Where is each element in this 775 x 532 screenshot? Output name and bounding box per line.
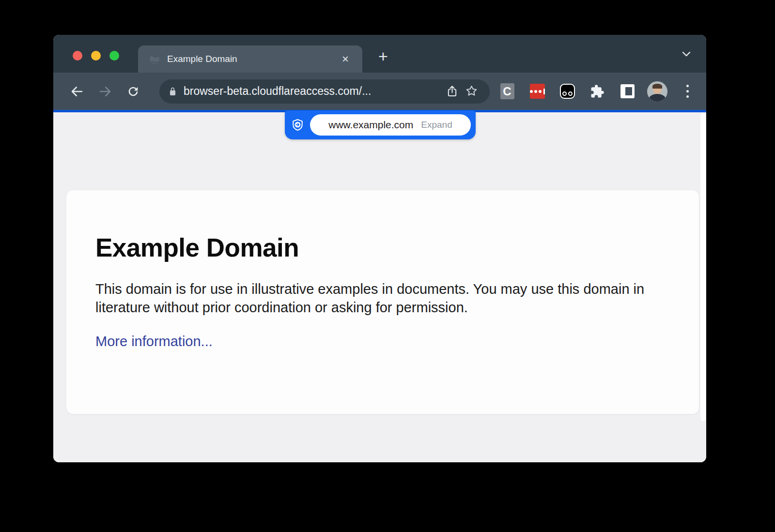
- lock-icon: [168, 86, 177, 97]
- page-paragraph: This domain is for use in illustrative e…: [95, 280, 652, 317]
- tab-close-icon[interactable]: ×: [339, 52, 352, 66]
- back-button[interactable]: [63, 79, 91, 104]
- globe-favicon-icon: [149, 53, 160, 65]
- shield-arrow-icon: [291, 118, 304, 132]
- vertical-scrollbar[interactable]: [700, 113, 706, 421]
- extension-two-circles-button[interactable]: [557, 81, 578, 102]
- close-window-button[interactable]: [73, 51, 82, 61]
- kebab-menu-icon: [686, 85, 689, 98]
- minimize-window-button[interactable]: [91, 51, 101, 61]
- tab-example-domain[interactable]: Example Domain ×: [138, 46, 362, 73]
- browser-window: Example Domain × + bro: [53, 35, 706, 462]
- window-controls: [73, 51, 119, 61]
- c-extension-icon: C: [500, 83, 514, 99]
- zoom-window-button[interactable]: [109, 51, 119, 61]
- new-tab-button[interactable]: +: [373, 46, 393, 67]
- star-icon: [465, 84, 479, 98]
- share-icon: [446, 85, 459, 98]
- isolated-domain-pill[interactable]: www.example.com Expand: [310, 114, 471, 136]
- reload-icon: [126, 85, 140, 98]
- side-panel-icon: [620, 84, 635, 98]
- tab-title: Example Domain: [167, 54, 339, 64]
- back-arrow-icon: [70, 84, 84, 99]
- reload-button[interactable]: [119, 79, 147, 104]
- page-title: Example Domain: [95, 233, 670, 262]
- browser-menu-button[interactable]: [677, 81, 698, 102]
- extensions-menu-button[interactable]: [587, 81, 608, 102]
- lastpass-icon: [530, 84, 545, 99]
- expand-button[interactable]: Expand: [421, 120, 452, 130]
- bookmark-button[interactable]: [462, 84, 481, 98]
- url-text[interactable]: browser-beta.cloudflareaccess.com/...: [184, 85, 442, 98]
- browser-toolbar: browser-beta.cloudflareaccess.com/... C: [53, 73, 706, 110]
- puzzle-icon: [590, 84, 604, 99]
- isolated-domain-text: www.example.com: [328, 119, 413, 131]
- more-information-link[interactable]: More information...: [95, 334, 213, 350]
- forward-arrow-icon: [98, 84, 112, 99]
- two-circles-icon: [560, 84, 575, 99]
- isolation-badge[interactable]: www.example.com Expand: [285, 110, 476, 139]
- chevron-down-icon[interactable]: [680, 47, 693, 61]
- address-bar[interactable]: browser-beta.cloudflareaccess.com/...: [159, 79, 490, 104]
- avatar: [647, 81, 667, 102]
- content-card: Example Domain This domain is for use in…: [66, 190, 699, 414]
- forward-button[interactable]: [91, 79, 119, 104]
- share-button[interactable]: [442, 85, 462, 98]
- extension-lastpass-button[interactable]: [527, 81, 548, 102]
- extension-c-button[interactable]: C: [496, 81, 518, 102]
- side-panel-button[interactable]: [617, 81, 638, 102]
- profile-button[interactable]: [647, 81, 668, 102]
- tab-strip: Example Domain × +: [53, 35, 706, 73]
- extensions-row: C: [496, 81, 698, 102]
- page-viewport: www.example.com Expand Example Domain Th…: [53, 112, 706, 462]
